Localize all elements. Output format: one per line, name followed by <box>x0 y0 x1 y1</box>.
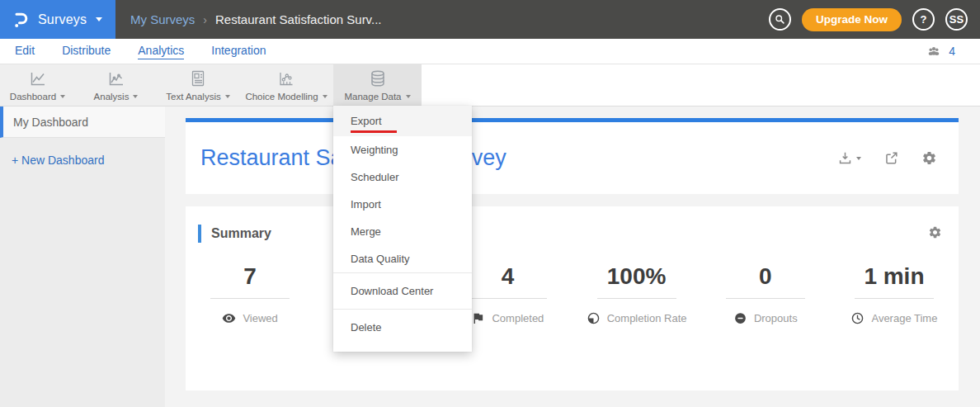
toolbar-item-label: Text Analysis <box>166 92 220 102</box>
menu-item-scheduler[interactable]: Scheduler <box>333 163 472 191</box>
chevron-down-icon <box>133 95 138 98</box>
chevron-down-icon <box>856 157 861 160</box>
stat-label: Dropouts <box>754 312 798 324</box>
new-dashboard-link[interactable]: + New Dashboard <box>12 154 165 167</box>
questionpro-logo-icon <box>11 10 31 30</box>
stat-label: Completion Rate <box>607 312 687 324</box>
menu-item-label: Export <box>351 115 382 127</box>
breadcrumb-current-survey: Restaurant Satisfaction Surv... <box>215 12 381 26</box>
dashboard-chart-icon <box>28 69 48 88</box>
breadcrumb: My Surveys › Restaurant Satisfaction Sur… <box>130 12 382 26</box>
analytics-toolbar: Dashboard Analysis Text Analysis Choice … <box>0 64 980 106</box>
tab-analytics[interactable]: Analytics <box>138 44 184 59</box>
menu-item-import[interactable]: Import <box>333 191 472 218</box>
menu-item-export[interactable]: Export <box>333 106 472 136</box>
help-button[interactable]: ? <box>912 8 935 31</box>
collaborators[interactable]: 4 <box>926 43 955 59</box>
text-analysis-icon <box>188 69 208 88</box>
toolbar-items: Dashboard Analysis Text Analysis Choice … <box>0 64 422 106</box>
stat-value: 1 min <box>864 265 924 288</box>
summary-header: Summary <box>186 225 959 243</box>
manage-data-dropdown: Export Weighting Scheduler Import Merge … <box>333 106 472 352</box>
breadcrumb-separator: › <box>203 13 207 26</box>
chevron-down-icon <box>225 95 230 98</box>
stat-completion-rate: 100% Completion Rate <box>572 265 701 325</box>
choice-modelling-icon <box>276 69 296 88</box>
toolbar-item-dashboard[interactable]: Dashboard <box>0 64 75 106</box>
survey-title-card: Restaurant Satisfaction Survey <box>186 118 959 194</box>
menu-item-download-center[interactable]: Download Center <box>333 273 472 309</box>
stat-value: 4 <box>502 265 515 288</box>
stat-divider <box>597 298 676 299</box>
gear-icon <box>921 150 937 166</box>
stat-average-time: 1 min Average Time <box>830 265 959 325</box>
title-actions <box>837 150 937 166</box>
toolbar-item-text-analysis[interactable]: Text Analysis <box>157 64 239 106</box>
avatar-initials: SS <box>949 13 964 26</box>
avatar[interactable]: SS <box>945 8 968 31</box>
top-bar: Surveys My Surveys › Restaurant Satisfac… <box>0 0 980 39</box>
breadcrumb-my-surveys[interactable]: My Surveys <box>130 12 195 26</box>
menu-item-merge[interactable]: Merge <box>333 218 472 245</box>
stat-value: 0 <box>759 265 772 288</box>
stat-label: Viewed <box>243 312 277 324</box>
clock-icon <box>850 311 865 325</box>
stat-value: 7 <box>243 265 257 288</box>
database-icon <box>368 69 388 88</box>
chevron-down-icon <box>406 95 411 98</box>
tab-distribute[interactable]: Distribute <box>62 44 111 59</box>
toolbar-item-label: Choice Modelling <box>245 92 318 102</box>
sidebar-item-my-dashboard[interactable]: My Dashboard <box>0 106 165 138</box>
upgrade-now-button[interactable]: Upgrade Now <box>802 8 902 31</box>
summary-settings-button[interactable] <box>928 225 942 242</box>
menu-item-delete[interactable]: Delete <box>333 310 472 345</box>
download-icon <box>837 150 853 166</box>
menu-item-data-quality[interactable]: Data Quality <box>333 245 472 272</box>
question-mark-icon: ? <box>921 13 927 26</box>
chevron-down-icon <box>60 95 65 98</box>
stat-label: Completed <box>492 312 544 324</box>
eye-icon <box>222 311 236 325</box>
summary-card: Summary 7 Viewed 4 <box>186 206 959 390</box>
settings-button[interactable] <box>921 150 937 166</box>
stat-value: 100% <box>607 265 667 288</box>
product-menu[interactable]: Surveys <box>0 0 115 39</box>
menu-item-weighting[interactable]: Weighting <box>333 136 472 163</box>
chevron-down-icon <box>96 17 102 21</box>
download-button[interactable] <box>837 150 861 166</box>
collaborators-count: 4 <box>949 45 955 58</box>
toolbar-item-choice-modelling[interactable]: Choice Modelling <box>239 64 333 106</box>
stat-divider <box>210 298 290 299</box>
toolbar-item-manage-data[interactable]: Manage Data <box>333 64 422 106</box>
summary-accent-bar <box>198 225 201 243</box>
stat-divider <box>468 298 547 299</box>
search-button[interactable] <box>769 8 791 31</box>
completion-rate-icon <box>587 311 601 325</box>
stat-divider <box>726 298 805 299</box>
chevron-down-icon <box>323 95 327 98</box>
flag-icon <box>471 311 485 325</box>
analysis-chart-icon <box>106 69 126 88</box>
tab-integration[interactable]: Integration <box>211 44 266 59</box>
topbar-actions: Upgrade Now ? SS <box>769 8 980 31</box>
survey-nav-tabs: Edit Distribute Analytics Integration 4 <box>0 39 980 64</box>
product-menu-label: Surveys <box>38 12 87 27</box>
tab-edit[interactable]: Edit <box>15 44 35 59</box>
dashboard-sidebar: My Dashboard + New Dashboard <box>0 106 165 407</box>
app-screen: Surveys My Surveys › Restaurant Satisfac… <box>0 0 980 407</box>
stat-viewed: 7 Viewed <box>186 265 314 325</box>
stat-label: Average Time <box>871 312 937 324</box>
summary-heading: Summary <box>211 226 271 241</box>
toolbar-item-analysis[interactable]: Analysis <box>75 64 157 106</box>
minus-circle-icon <box>733 311 747 325</box>
share-button[interactable] <box>883 150 899 166</box>
gear-icon <box>928 225 942 239</box>
toolbar-item-label: Dashboard <box>10 92 56 102</box>
selected-item-indicator <box>351 130 397 133</box>
toolbar-item-label: Manage Data <box>344 92 401 102</box>
people-group-icon <box>926 43 942 59</box>
stat-divider <box>855 298 934 299</box>
main-content: Restaurant Satisfaction Survey Summary <box>165 106 980 407</box>
summary-stats: 7 Viewed 4 Completed 100% Comp <box>186 265 959 325</box>
share-icon <box>883 150 899 166</box>
